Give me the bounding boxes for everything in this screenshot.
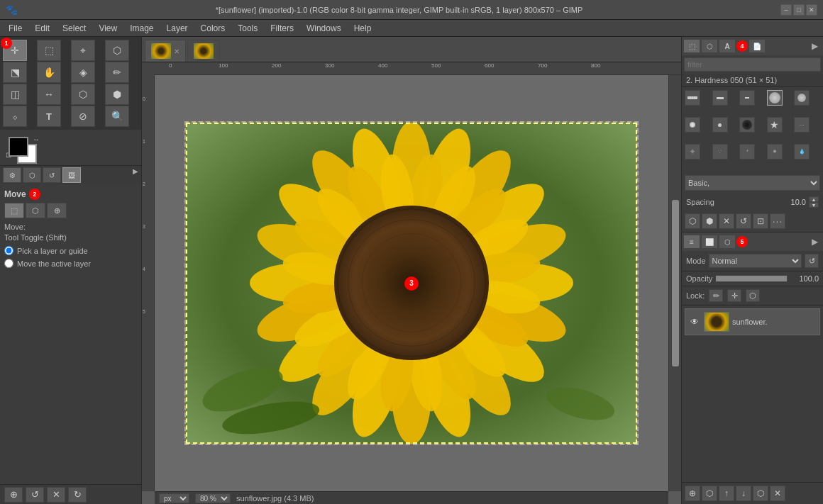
layer-merge-button[interactable]: ⬡ [753,486,768,501]
docs-tab[interactable]: 📄 [749,39,766,53]
spacing-up-button[interactable]: ▲ [809,196,819,202]
close-button[interactable]: ✕ [806,4,817,16]
unit-select[interactable]: px mm in [159,493,189,503]
tool-tab-expand[interactable]: ▶ [133,167,138,183]
layer-mode-refresh[interactable]: ↺ [805,254,819,268]
brush-refresh-button[interactable]: ↺ [736,213,751,229]
layer-new-button[interactable]: ⊕ [685,486,700,501]
menu-layer[interactable]: Layer [161,22,194,35]
brushes-tab[interactable]: ⬚ [683,39,700,53]
layer-up-button[interactable]: ↑ [719,486,734,501]
tool-tab-undo[interactable]: ↺ [43,167,61,183]
foreground-color[interactable] [9,137,28,157]
tab1-close-icon[interactable]: ✕ [174,47,179,55]
opacity-slider[interactable] [715,275,788,282]
brush-more-button[interactable]: ⊡ [753,213,768,229]
zoom-select[interactable]: 80 % 50 % 100 % [195,493,231,503]
menu-filters[interactable]: Filters [265,22,299,35]
move-layer-icon[interactable]: ⬚ [4,203,24,218]
redo-button[interactable]: ↻ [68,487,87,503]
brush-cell-1[interactable] [685,90,700,106]
brush-duplicate-button[interactable]: ⬢ [702,213,717,229]
v-scrollbar-thumb[interactable] [672,200,679,366]
brush-cell-6[interactable] [685,117,700,133]
brush-delete-button[interactable]: ✕ [719,213,734,229]
lock-paint-button[interactable]: ✏ [709,289,723,302]
menu-help[interactable]: Help [348,22,377,35]
ink-tool[interactable]: ⬢ [105,84,129,105]
toggle-radio-2[interactable] [4,259,13,268]
brush-cell-9[interactable]: ★ [767,117,783,133]
brush-cell-15[interactable]: 💧 [794,144,810,159]
menu-select[interactable]: Select [57,22,92,35]
eraser-tool[interactable]: ⊘ [71,106,95,127]
fill-tool[interactable]: ◈ [71,62,95,83]
move-path-icon[interactable]: ⊕ [47,203,67,218]
lock-alpha-button[interactable]: ⬡ [746,289,760,302]
clone-tool[interactable]: ◫ [3,84,27,105]
spacing-down-button[interactable]: ▼ [809,202,819,208]
lock-position-button[interactable]: ✛ [727,289,741,302]
panel-expand-icon[interactable]: ▶ [807,41,822,51]
toggle-radio-1[interactable] [4,246,13,255]
heal-tool[interactable]: ⬦ [3,106,27,127]
brush-edit-button[interactable]: ⬡ [685,213,700,229]
toggle-option-2[interactable]: Move the active layer [4,259,137,268]
layer-visibility-icon[interactable]: 👁 [688,315,701,328]
smudge-tool[interactable]: ✋ [37,62,61,83]
pencil-tool[interactable]: ✏ [105,62,129,83]
brush-cell-13[interactable]: ⁺ [739,144,755,159]
layer-delete-button[interactable]: ✕ [770,486,785,501]
fonts-tab[interactable]: A [719,39,736,53]
menu-view[interactable]: View [93,22,123,35]
image-tab-2[interactable] [187,40,220,62]
measure-tool[interactable]: ↔ [37,84,61,105]
patterns-tab[interactable]: ⬡ [701,39,718,53]
layer-mode-select[interactable]: Normal Multiply Screen [709,254,802,268]
swap-colors-icon[interactable]: ↔ [33,135,40,143]
move-selection-icon[interactable]: ⬡ [26,203,45,218]
rect-select-tool[interactable]: ⬚ [37,40,61,61]
lasso-tool[interactable]: ⌖ [71,40,95,61]
menu-image[interactable]: Image [124,22,159,35]
brush-cell-5[interactable] [794,90,810,106]
brush-filter-input[interactable] [684,57,821,72]
menu-colors[interactable]: Colors [195,22,231,35]
tool-tab-device[interactable]: ⬡ [23,167,41,183]
brush-cell-7[interactable] [712,117,728,133]
brush-cell-8[interactable] [739,117,755,133]
brush-cell-10[interactable]: ··· [794,117,810,133]
zoom-tool[interactable]: 🔍 [105,106,129,127]
fuzzy-select-tool[interactable]: ⬡ [105,40,129,61]
layer-duplicate-button[interactable]: ⬡ [702,486,717,501]
channels-tab[interactable]: ⬜ [701,235,718,249]
maximize-button[interactable]: □ [793,4,805,16]
minimize-button[interactable]: – [780,4,792,16]
brush-dots-button[interactable]: ··· [770,213,785,229]
brush-cell-2[interactable] [712,90,728,106]
tool-tab-images[interactable]: 🖼 [62,167,81,183]
text-tool[interactable]: T [37,106,61,127]
layer-item[interactable]: 👁 sunflower. [685,308,820,335]
move-tool[interactable]: 1 ✛ [3,40,27,61]
brush-cell-12[interactable]: ∵ [712,144,728,159]
brush-cell-14[interactable]: ✸ [767,144,783,159]
image-tab-1[interactable]: ✕ [145,40,186,62]
perspective-tool[interactable]: ⬔ [3,62,27,83]
menu-windows[interactable]: Windows [301,22,347,35]
brush-preset-select[interactable]: Basic, [685,175,820,191]
brush-cell-11[interactable]: ✦ [685,144,700,159]
canvas-scroll[interactable]: 3 [155,75,668,491]
toggle-option-1[interactable]: Pick a layer or guide [4,246,137,255]
tool-tab-options[interactable]: ⚙ [3,167,21,183]
brush-cell-3[interactable] [739,90,755,106]
menu-file[interactable]: File [3,22,28,35]
layers-expand-icon[interactable]: ▶ [807,237,822,247]
delete-button[interactable]: ✕ [47,487,65,503]
paths-tab[interactable]: ⬡ [719,235,736,249]
layer-down-button[interactable]: ↓ [736,486,751,501]
vertical-scrollbar[interactable] [668,75,681,491]
menu-tools[interactable]: Tools [232,22,263,35]
new-image-button[interactable]: ⊕ [4,487,23,503]
menu-edit[interactable]: Edit [29,22,55,35]
